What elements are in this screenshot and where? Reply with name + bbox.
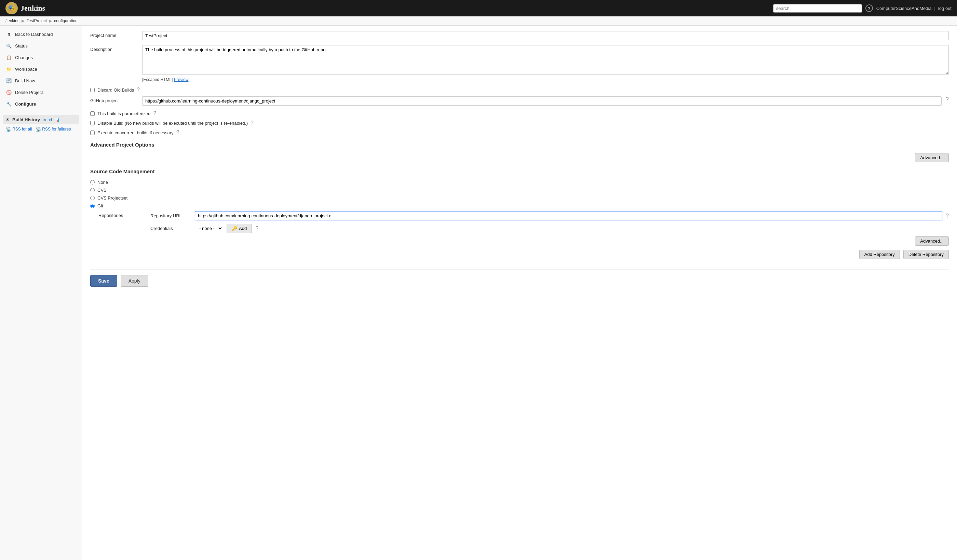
breadcrumb-current: configuration [54, 19, 77, 23]
discard-builds-checkbox[interactable] [90, 88, 95, 92]
scm-none-option: None [90, 180, 949, 185]
trend-link[interactable]: trend [43, 118, 52, 122]
build-now-icon: 🔄 [5, 77, 12, 84]
rss-failures-label: RSS for failures [42, 127, 71, 131]
sidebar-item-changes[interactable]: 📋 Changes [0, 52, 82, 63]
key-icon: 🔑 [232, 226, 237, 231]
build-history-section: ☀ Build History trend 📊 📡 RSS for all 📡 … [0, 115, 82, 134]
parameterized-label: This build is parameterized [97, 111, 150, 116]
sidebar-item-configure[interactable]: 🔧 Configure [0, 98, 82, 110]
trend-icon: 📊 [55, 118, 60, 122]
save-button[interactable]: Save [90, 275, 117, 287]
github-project-control [142, 96, 942, 106]
build-history-header: ☀ Build History trend 📊 [3, 115, 79, 125]
disable-build-label: Disable Build (No new builds will be exe… [97, 121, 248, 126]
credentials-row: Credentials - none - 🔑 Add ? [150, 224, 949, 233]
disable-build-help-icon[interactable]: ? [251, 120, 254, 126]
layout: ⬆ Back to Dashboard 🔍 Status 📋 Changes 📁… [0, 25, 957, 560]
sidebar-item-build-now[interactable]: 🔄 Build Now [0, 75, 82, 87]
breadcrumb-jenkins[interactable]: Jenkins [5, 19, 19, 23]
search-input[interactable] [773, 4, 862, 13]
repo-advanced-button[interactable]: Advanced... [915, 237, 949, 246]
project-name-control [142, 31, 949, 40]
logo: 🎭 Jenkins [5, 2, 45, 14]
github-project-row: GitHub project ? [90, 96, 949, 106]
separator: | [935, 6, 935, 11]
project-name-input[interactable] [142, 31, 949, 40]
configure-icon: 🔧 [5, 101, 12, 107]
apply-button[interactable]: Apply [121, 275, 148, 287]
repo-actions: Add Repository Delete Repository [150, 250, 949, 259]
sidebar-item-workspace[interactable]: 📁 Workspace [0, 63, 82, 75]
advanced-project-options-row: Advanced... [90, 153, 949, 162]
scm-none-label: None [97, 180, 108, 185]
repo-url-label: Repository URL [150, 213, 191, 218]
main-content: Project name Description The build proce… [82, 25, 957, 560]
rss-links: 📡 RSS for all 📡 RSS for failures [3, 125, 79, 134]
concurrent-builds-help-icon[interactable]: ? [176, 129, 179, 136]
rss-all-icon: 📡 [5, 126, 11, 132]
disable-build-checkbox[interactable] [90, 121, 95, 125]
description-textarea[interactable]: The build process of this project will b… [142, 45, 949, 75]
help-button[interactable]: ? [865, 5, 873, 12]
github-project-help-icon[interactable]: ? [946, 96, 949, 103]
sidebar-item-back-dashboard[interactable]: ⬆ Back to Dashboard [0, 28, 82, 40]
jenkins-logo-icon: 🎭 [5, 2, 18, 14]
escaped-html-text: [Escaped HTML] [142, 77, 172, 82]
delete-repository-button[interactable]: Delete Repository [903, 250, 949, 259]
parameterized-help-icon[interactable]: ? [153, 110, 156, 117]
discard-builds-help-icon[interactable]: ? [137, 87, 140, 93]
github-project-input[interactable] [142, 96, 942, 106]
scm-git-radio[interactable] [90, 203, 95, 208]
concurrent-builds-label: Execute concurrent builds if necessary [97, 130, 174, 135]
sidebar-item-status[interactable]: 🔍 Status [0, 40, 82, 52]
project-name-row: Project name [90, 31, 949, 40]
user-info: ComputerScienceAndMedia | log out [876, 6, 952, 11]
rss-failures-link[interactable]: 📡 RSS for failures [35, 126, 71, 132]
scm-cvs-option: CVS [90, 188, 949, 193]
rss-all-link[interactable]: 📡 RSS for all [5, 126, 32, 132]
header: 🎭 Jenkins ? ComputerScienceAndMedia | lo… [0, 0, 957, 16]
scm-cvs-label: CVS [97, 188, 107, 193]
scm-cvs-radio[interactable] [90, 188, 95, 192]
project-name-label: Project name [90, 31, 138, 38]
discard-old-builds-row: Discard Old Builds ? [90, 87, 949, 93]
build-history-title: Build History [12, 117, 40, 122]
scm-cvs-projectset-option: CVS Projectset [90, 196, 949, 200]
breadcrumb: Jenkins ▶ TestProject ▶ configuration [0, 16, 957, 25]
sidebar: ⬆ Back to Dashboard 🔍 Status 📋 Changes 📁… [0, 25, 82, 560]
scm-section: None CVS CVS Projectset Git Repositories [90, 180, 949, 265]
github-project-label: GitHub project [90, 96, 138, 103]
add-credentials-button[interactable]: 🔑 Add [227, 224, 252, 233]
breadcrumb-project[interactable]: TestProject [27, 19, 47, 23]
preview-link[interactable]: Preview [174, 77, 189, 82]
scm-cvs-projectset-radio[interactable] [90, 196, 95, 200]
credentials-select[interactable]: - none - [195, 224, 223, 233]
sidebar-item-delete-project[interactable]: 🚫 Delete Project [0, 87, 82, 98]
form-footer: Save Apply [90, 269, 949, 289]
scm-none-radio[interactable] [90, 180, 95, 185]
repo-url-input[interactable] [195, 211, 942, 220]
sidebar-label-back-dashboard: Back to Dashboard [15, 32, 53, 37]
back-dashboard-icon: ⬆ [5, 31, 12, 38]
sidebar-label-delete-project: Delete Project [15, 90, 43, 95]
add-repository-button[interactable]: Add Repository [859, 250, 900, 259]
advanced-project-options-header: Advanced Project Options [90, 142, 949, 149]
logout-link[interactable]: log out [938, 6, 952, 11]
credentials-label: Credentials [150, 226, 191, 231]
app-title: Jenkins [21, 4, 45, 13]
repo-url-help-icon[interactable]: ? [946, 213, 949, 219]
rss-failures-icon: 📡 [35, 126, 41, 132]
build-history-icon: ☀ [5, 117, 9, 122]
workspace-icon: 📁 [5, 66, 12, 73]
concurrent-builds-checkbox[interactable] [90, 131, 95, 135]
parameterized-checkbox[interactable] [90, 111, 95, 116]
add-credentials-label: Add [239, 226, 247, 231]
discard-builds-label: Discard Old Builds [97, 87, 134, 93]
advanced-project-options-button[interactable]: Advanced... [915, 153, 949, 162]
repositories-section: Repository URL ? Credentials - none - � [150, 211, 949, 265]
scm-git-option: Git [90, 203, 949, 208]
repositories-row: Repositories Repository URL ? Credential… [98, 211, 949, 265]
credentials-help-icon[interactable]: ? [255, 226, 258, 232]
description-label: Description [90, 45, 138, 52]
